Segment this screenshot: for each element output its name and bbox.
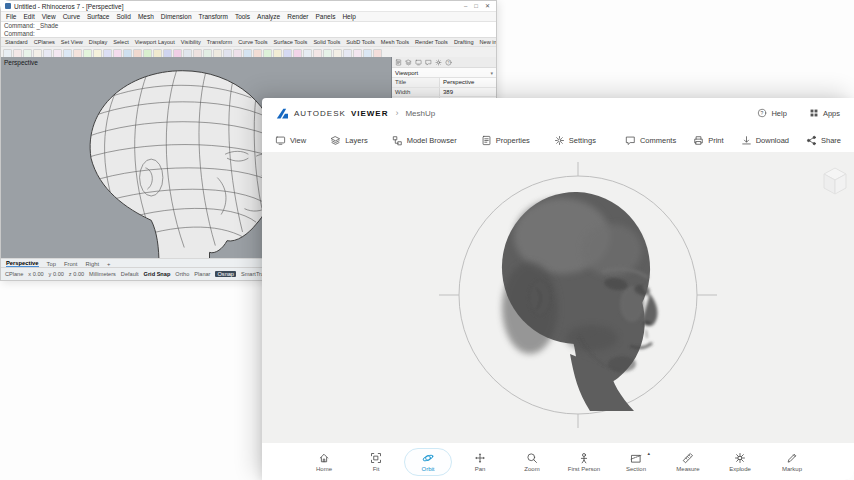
status-item[interactable]: x 0.00	[28, 271, 43, 277]
status-item[interactable]: Default	[121, 271, 139, 277]
nav-tool-button[interactable]: ▴ Explode	[716, 448, 764, 476]
status-item[interactable]: Millimeters	[89, 271, 116, 277]
toolbar-button[interactable]: View	[275, 135, 306, 146]
viewport-title-label[interactable]: Perspective	[4, 59, 38, 66]
toolbar-tab[interactable]: Curve Tools	[238, 39, 267, 45]
header-action-button[interactable]: ? Help	[757, 108, 786, 118]
view-cube[interactable]	[818, 162, 852, 198]
panel-tab-icon[interactable]	[435, 59, 442, 66]
nav-tool-button[interactable]: ▴ Markup	[768, 448, 816, 476]
viewer-canvas[interactable]	[262, 152, 854, 443]
minimize-button[interactable]: –	[462, 2, 469, 10]
nav-tool-label: Section	[626, 466, 646, 472]
menu-item[interactable]: Render	[287, 13, 308, 20]
toolbar-button[interactable]: Comments	[625, 135, 676, 146]
menu-item[interactable]: Transform	[199, 13, 228, 20]
viewport-tab[interactable]: Front	[64, 261, 78, 267]
nav-tool-button[interactable]: ▴ Home	[300, 448, 348, 476]
brand[interactable]: AUTODESK VIEWER › MeshUp	[276, 107, 435, 120]
viewport-tab[interactable]: Perspective	[6, 260, 39, 267]
panel-tab-icon[interactable]	[405, 59, 412, 66]
toolbar-button-icon	[554, 135, 565, 146]
nav-tool-button[interactable]: ▴ Section	[612, 448, 660, 476]
property-value[interactable]: 389	[439, 88, 496, 97]
toolbar-tab[interactable]: Render Tools	[415, 39, 448, 45]
status-item[interactable]: Planar	[194, 271, 210, 277]
toolbar-tab[interactable]: Transform	[207, 39, 232, 45]
toolbar-tab[interactable]: Viewport Layout	[135, 39, 175, 45]
viewport-tab[interactable]: Right	[85, 261, 99, 267]
toolbar-tab[interactable]: Mesh Tools	[381, 39, 409, 45]
menu-item[interactable]: Analyze	[257, 13, 280, 20]
toolbar-button[interactable]: Layers	[330, 135, 368, 146]
autodesk-logo-icon	[276, 107, 289, 120]
action-label: Help	[771, 109, 786, 118]
panel-tab-icon[interactable]	[395, 59, 402, 66]
status-item[interactable]: y 0.00	[49, 271, 64, 277]
panel-tab-icon[interactable]	[425, 59, 432, 66]
menu-item[interactable]: Edit	[23, 13, 34, 20]
menu-item[interactable]: Panels	[316, 13, 336, 20]
toolbar-button[interactable]: Settings	[554, 135, 596, 146]
toolbar-button[interactable]: Model Browser	[392, 135, 457, 146]
toolbar-button-label: Properties	[496, 136, 530, 145]
property-row: Title Perspective	[392, 78, 496, 88]
toolbar-button[interactable]: Properties	[481, 135, 530, 146]
rhino-command-area[interactable]: Command: _Shade Command:	[1, 22, 496, 38]
toolbar-button[interactable]: Print	[693, 135, 723, 146]
menu-item[interactable]: File	[6, 13, 16, 20]
menu-item[interactable]: Tools	[235, 13, 250, 20]
toolbar-tab[interactable]: Visibility	[181, 39, 201, 45]
rhino-titlebar: Untitled - Rhinoceros 7 - [Perspective] …	[1, 1, 496, 12]
toolbar-tab[interactable]: Select	[113, 39, 129, 45]
toolbar-button-label: Model Browser	[407, 136, 457, 145]
nav-tool-label: Orbit	[421, 466, 434, 472]
panel-tab-icon[interactable]: ?	[445, 59, 452, 66]
maximize-button[interactable]: □	[472, 2, 480, 10]
status-item[interactable]: z 0.00	[69, 271, 84, 277]
properties-page-selector[interactable]: Viewport ▾	[392, 68, 496, 78]
nav-tool-button[interactable]: ▴ First Person	[560, 448, 608, 476]
toolbar-button[interactable]: Share	[806, 135, 841, 146]
toolbar-button[interactable]: Download	[741, 135, 789, 146]
toolbar-button-icon	[481, 135, 492, 146]
viewport-tab[interactable]: +	[107, 261, 110, 267]
nav-tool-button[interactable]: ▴ Zoom	[508, 448, 556, 476]
viewport-tab[interactable]: Top	[47, 261, 56, 267]
toolbar-tab[interactable]: New in V7	[480, 39, 497, 45]
toolbar-tab[interactable]: Solid Tools	[313, 39, 340, 45]
toolbar-tab[interactable]: Set View	[61, 39, 83, 45]
toolbar-tab[interactable]: Surface Tools	[274, 39, 308, 45]
header-action-button[interactable]: Apps	[809, 108, 840, 118]
toolbar-button-label: Settings	[569, 136, 596, 145]
viewer-toolbar: View Layers Model Browser Properties Set…	[262, 128, 854, 153]
menu-item[interactable]: Solid	[116, 13, 130, 20]
menu-item[interactable]: Mesh	[138, 13, 154, 20]
toolbar-tab[interactable]: Standard	[5, 39, 28, 45]
nav-tool-label: Home	[316, 466, 332, 472]
toolbar-tab[interactable]: SubD Tools	[346, 39, 375, 45]
menu-item[interactable]: Surface	[87, 13, 109, 20]
viewer-bottom-nav: ▴ Home ▴ Fit ▴ Orbit ▴ Pan ▴ Zoom ▴	[262, 443, 854, 480]
menu-item[interactable]: Help	[342, 13, 355, 20]
status-item[interactable]: CPlane	[5, 271, 23, 277]
status-item[interactable]: Osnap	[215, 271, 235, 277]
nav-tool-button[interactable]: ▴ Measure	[664, 448, 712, 476]
menu-item[interactable]: Curve	[63, 13, 80, 20]
command-prompt[interactable]: Command:	[4, 30, 493, 38]
menu-item[interactable]: View	[42, 13, 56, 20]
close-button[interactable]: ✕	[483, 2, 492, 10]
status-item[interactable]: Grid Snap	[144, 271, 171, 277]
panel-tab-icon[interactable]	[415, 59, 422, 66]
head-model[interactable]	[484, 186, 674, 411]
nav-tool-button[interactable]: ▴ Fit	[352, 448, 400, 476]
nav-tool-button[interactable]: ▴ Pan	[456, 448, 504, 476]
toolbar-tab[interactable]: Display	[89, 39, 107, 45]
toolbar-tab[interactable]: Drafting	[454, 39, 474, 45]
status-item[interactable]: Ortho	[175, 271, 189, 277]
rhino-app-icon	[5, 3, 11, 9]
toolbar-tab[interactable]: CPlanes	[34, 39, 55, 45]
menu-item[interactable]: Dimension	[161, 13, 192, 20]
property-value[interactable]: Perspective	[439, 78, 496, 87]
nav-tool-button[interactable]: ▴ Orbit	[404, 448, 452, 476]
